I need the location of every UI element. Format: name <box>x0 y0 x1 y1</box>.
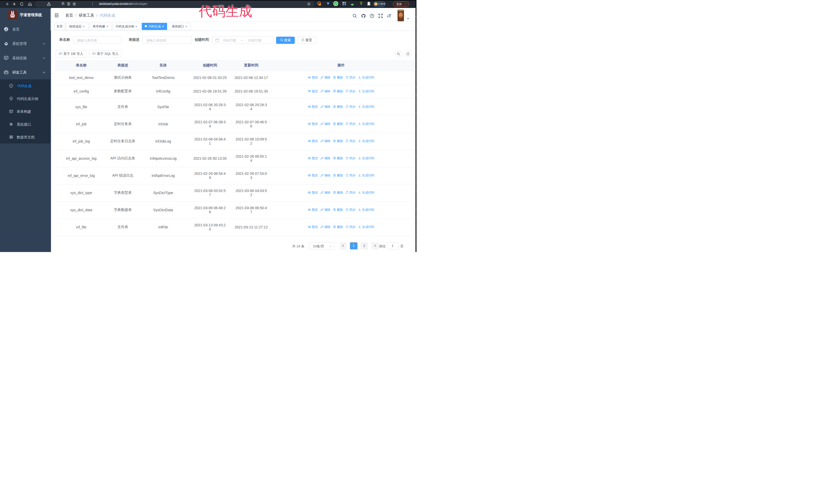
svg-text:1: 1 <box>319 4 320 6</box>
svg-text:on: on <box>351 4 353 5</box>
